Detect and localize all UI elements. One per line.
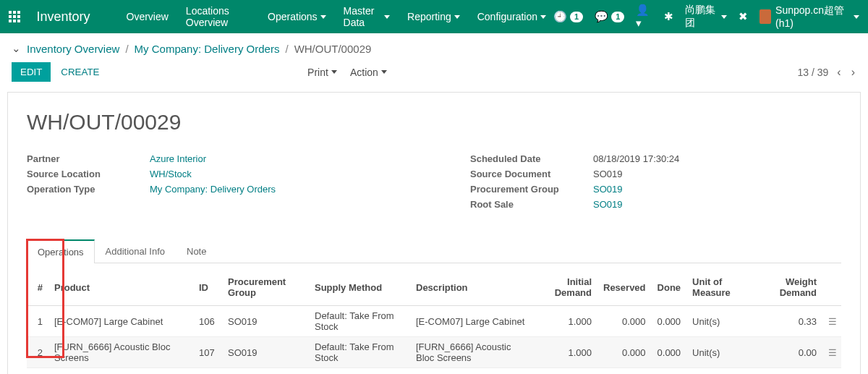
col-proc[interactable]: Procurement Group [222,269,309,306]
messages-button[interactable]: 💬1 [595,10,624,23]
avatar [760,9,771,24]
cell-desc: [E-COM07] Large Cabinet [410,306,533,337]
row-menu-icon[interactable]: ☰ [822,337,841,368]
table-row[interactable]: 2[FURN_6666] Acoustic Bloc Screens107SO0… [27,337,841,368]
field-source-location[interactable]: WH/Stock [150,169,192,179]
pager-prev[interactable]: ‹ [835,66,842,79]
field-partner[interactable]: Azure Interior [150,153,206,164]
col-done[interactable]: Done [652,269,687,306]
col-res[interactable]: Reserved [597,269,652,306]
cell-desc: [FURN_6666] Acoustic Bloc Screens [410,337,533,368]
apps-icon[interactable] [9,11,20,22]
action-menu[interactable]: Action [350,67,387,78]
cell-done: 0.000 [652,306,687,337]
chat-icon: 💬 [595,10,608,23]
label-operation-type: Operation Type [27,184,150,195]
action-label: Action [350,67,378,78]
cell-uom: Unit(s) [686,306,754,337]
label-source-document: Source Document [470,169,593,179]
nav-master-data[interactable]: Master Data [336,1,397,33]
cell-init: 1.000 [533,306,597,337]
topbar-right: 🕘1 💬1 👤▾ ✱ 尚鹏集团 ✖ Sunpop.cn超管 (h1) [553,4,859,30]
nav-operations[interactable]: Operations [260,1,333,33]
cell-n: 2 [27,337,48,368]
breadcrumb-link-2[interactable]: My Company: Delivery Orders [135,43,280,55]
table-row[interactable]: 1[E-COM07] Large Cabinet106SO019Default:… [27,306,841,337]
cell-proc: SO019 [222,337,309,368]
fullscreen-exit-icon[interactable]: ✖ [739,10,748,23]
col-product[interactable]: Product [48,269,193,306]
col-uom[interactable]: Unit of Measure [686,269,754,306]
app-brand[interactable]: Inventory [36,9,90,25]
field-procurement-group[interactable]: SO019 [593,184,622,195]
cell-n: 3 [27,368,48,375]
cell-product: [FURN_7777] Office Chair [48,368,193,375]
debug-icon[interactable]: ✱ [664,10,673,23]
tab-operations[interactable]: Operations [27,239,95,263]
tab-note[interactable]: Note [176,239,217,263]
cell-proc: SO019 [222,368,309,375]
cell-uom: Unit(s) [686,337,754,368]
chevron-down-icon [331,70,337,74]
breadcrumb-sep: / [125,43,128,55]
activities-button[interactable]: 🕘1 [553,10,583,23]
cell-done: 0.000 [652,368,687,375]
create-button[interactable]: CREATE [61,67,99,77]
breadcrumb-link-1[interactable]: Inventory Overview [27,43,119,55]
messages-count: 1 [611,12,624,22]
cell-wt: 0.00 [754,368,822,375]
chevron-down-icon [381,70,387,74]
company-switcher[interactable]: 尚鹏集团 [685,4,727,30]
cell-id: 106 [193,306,222,337]
breadcrumb-toggle-icon[interactable]: ⌄ [12,42,21,55]
edit-button[interactable]: EDIT [12,62,51,82]
company-name: 尚鹏集团 [685,4,718,30]
nav-locations[interactable]: Locations Overview [179,1,258,33]
cell-supply: Default: Take From Stock [309,306,410,337]
pager-next[interactable]: › [850,66,856,79]
pager: 13 / 39 ‹ › [798,66,856,79]
field-source-document: SO019 [593,169,622,179]
cell-wt: 0.33 [754,306,822,337]
cell-product: [E-COM07] Large Cabinet [48,306,193,337]
row-menu-icon[interactable]: ☰ [822,306,841,337]
col-id[interactable]: ID [193,269,222,306]
cell-supply: Default: Take From Stock [309,368,410,375]
operations-table: # Product ID Procurement Group Supply Me… [27,269,841,374]
cell-init: 1.000 [533,368,597,375]
clock-icon: 🕘 [553,10,567,23]
topbar: Inventory Overview Locations Overview Op… [0,0,868,33]
field-root-sale[interactable]: SO019 [593,199,622,210]
tab-additional-info[interactable]: Additional Info [95,239,176,263]
form-sheet: WH/OUT/00029 PartnerAzure Interior Sourc… [7,92,861,374]
print-menu[interactable]: Print [307,67,337,78]
user-box[interactable]: Sunpop.cn超管 (h1) [760,4,859,29]
control-bar: EDIT CREATE Print Action 13 / 39 ‹ › [0,55,868,92]
user-menu-icon[interactable]: 👤▾ [636,4,652,30]
col-wt[interactable]: Weight Demand [754,269,822,306]
col-supply[interactable]: Supply Method [309,269,410,306]
activities-count: 1 [570,12,583,22]
nav-reporting[interactable]: Reporting [400,1,467,33]
field-operation-type[interactable]: My Company: Delivery Orders [150,184,276,195]
nav-configuration[interactable]: Configuration [470,1,553,33]
col-n: # [27,269,48,306]
cell-desc: [FURN_7777] Office Chair [410,368,533,375]
cell-n: 1 [27,306,48,337]
breadcrumb: ⌄ Inventory Overview / My Company: Deliv… [0,33,868,55]
user-name: Sunpop.cn超管 (h1) [775,4,849,29]
field-col-left: PartnerAzure Interior Source LocationWH/… [27,153,398,214]
chevron-down-icon [384,15,390,19]
nav-overview[interactable]: Overview [119,1,176,33]
col-desc[interactable]: Description [410,269,533,306]
row-menu-icon[interactable]: ☰ [822,368,841,375]
chevron-down-icon [540,15,546,19]
table-row[interactable]: 3[FURN_7777] Office Chair108SO019Default… [27,368,841,375]
field-scheduled-date: 08/18/2019 17:30:24 [593,153,679,164]
cell-id: 107 [193,337,222,368]
pager-text: 13 / 39 [798,67,829,78]
breadcrumb-current: WH/OUT/00029 [294,43,372,55]
col-init[interactable]: Initial Demand [533,269,597,306]
chevron-down-icon [320,15,326,19]
chevron-down-icon [854,15,859,19]
